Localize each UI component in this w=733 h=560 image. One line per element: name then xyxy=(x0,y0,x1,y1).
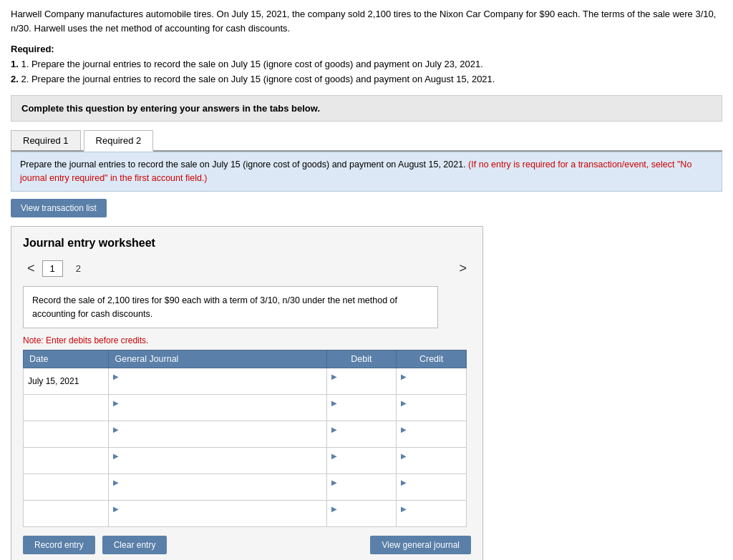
table-row: ▶ ▶ ▶ xyxy=(24,395,467,421)
row3-credit-input[interactable] xyxy=(401,434,462,444)
row4-account-input[interactable] xyxy=(113,461,321,471)
instruction-text: Complete this question by entering your … xyxy=(21,103,320,114)
table-row: ▶ ▶ ▶ xyxy=(24,421,467,448)
tab-required1[interactable]: Required 1 xyxy=(11,130,81,150)
row2-debit[interactable]: ▶ xyxy=(326,395,397,421)
table-row: July 15, 2021 ▶ ▶ ▶ xyxy=(24,368,467,395)
row6-account[interactable]: ▶ xyxy=(109,501,326,527)
col-header-debit: Debit xyxy=(326,350,397,368)
page1-box[interactable]: 1 xyxy=(42,260,63,277)
row1-credit-input[interactable] xyxy=(401,381,462,391)
row4-credit-input[interactable] xyxy=(401,461,462,471)
required-heading: Required: xyxy=(11,44,54,54)
row1-account-input[interactable] xyxy=(113,381,321,391)
row3-account-input[interactable] xyxy=(113,434,321,444)
row4-debit-input[interactable] xyxy=(331,461,392,471)
view-general-journal-button[interactable]: View general journal xyxy=(370,536,471,554)
table-row: ▶ ▶ ▶ xyxy=(24,474,467,501)
view-transaction-button[interactable]: View transaction list xyxy=(11,199,107,217)
row1-debit[interactable]: ▶ xyxy=(326,368,397,395)
row2-date xyxy=(24,395,109,421)
worksheet-title: Journal entry worksheet xyxy=(23,237,471,250)
row3-debit-input[interactable] xyxy=(331,434,392,444)
row5-debit[interactable]: ▶ xyxy=(326,474,397,501)
journal-table: Date General Journal Debit Credit July 1… xyxy=(23,350,467,527)
record-description: Record the sale of 2,100 tires for $90 e… xyxy=(23,286,438,329)
row1-date: July 15, 2021 xyxy=(24,368,109,395)
row2-debit-input[interactable] xyxy=(331,408,392,418)
next-arrow[interactable]: > xyxy=(455,260,471,277)
row6-credit[interactable]: ▶ xyxy=(397,501,467,527)
row1-credit[interactable]: ▶ xyxy=(397,368,467,395)
journal-entry-worksheet: Journal entry worksheet < 1 2 > Record t… xyxy=(11,226,483,560)
row5-debit-input[interactable] xyxy=(331,487,392,497)
row5-account[interactable]: ▶ xyxy=(109,474,326,501)
row4-debit[interactable]: ▶ xyxy=(326,448,397,474)
record-entry-button[interactable]: Record entry xyxy=(23,536,95,554)
row3-credit[interactable]: ▶ xyxy=(397,421,467,448)
info-banner-main: Prepare the journal entries to record th… xyxy=(20,159,466,170)
row3-account[interactable]: ▶ xyxy=(109,421,326,448)
table-row: ▶ ▶ ▶ xyxy=(24,448,467,474)
row2-account-input[interactable] xyxy=(113,408,321,418)
row2-credit-input[interactable] xyxy=(401,408,462,418)
required-item1: 1. 1. Prepare the journal entries to rec… xyxy=(11,57,722,72)
page2-num[interactable]: 2 xyxy=(69,261,88,276)
tabs-row: Required 1 Required 2 xyxy=(11,130,722,152)
row6-credit-input[interactable] xyxy=(401,514,462,524)
footer-buttons: Record entry Clear entry View general jo… xyxy=(23,536,471,554)
col-header-date: Date xyxy=(24,350,109,368)
row5-account-input[interactable] xyxy=(113,487,321,497)
row6-account-input[interactable] xyxy=(113,514,321,524)
row2-account[interactable]: ▶ xyxy=(109,395,326,421)
row5-credit[interactable]: ▶ xyxy=(397,474,467,501)
row3-date xyxy=(24,421,109,448)
row4-credit[interactable]: ▶ xyxy=(397,448,467,474)
info-banner: Prepare the journal entries to record th… xyxy=(11,152,722,192)
required-section: Required: 1. 1. Prepare the journal entr… xyxy=(11,42,722,87)
problem-text: Harwell Company manufactures automobile … xyxy=(11,7,722,35)
row4-date xyxy=(24,448,109,474)
clear-entry-button[interactable]: Clear entry xyxy=(102,536,168,554)
col-header-general-journal: General Journal xyxy=(109,350,326,368)
instruction-box: Complete this question by entering your … xyxy=(11,95,722,122)
required-item2: 2. 2. Prepare the journal entries to rec… xyxy=(11,72,722,87)
prev-arrow[interactable]: < xyxy=(23,260,39,277)
row4-account[interactable]: ▶ xyxy=(109,448,326,474)
row6-debit-input[interactable] xyxy=(331,514,392,524)
row2-credit[interactable]: ▶ xyxy=(397,395,467,421)
row3-debit[interactable]: ▶ xyxy=(326,421,397,448)
row5-credit-input[interactable] xyxy=(401,487,462,497)
row6-date xyxy=(24,501,109,527)
row1-debit-input[interactable] xyxy=(331,381,392,391)
row6-debit[interactable]: ▶ xyxy=(326,501,397,527)
row1-account[interactable]: ▶ xyxy=(109,368,326,395)
note-text: Note: Enter debits before credits. xyxy=(23,335,471,345)
table-row: ▶ ▶ ▶ xyxy=(24,501,467,527)
col-header-credit: Credit xyxy=(397,350,467,368)
row5-date xyxy=(24,474,109,501)
tab-required2[interactable]: Required 2 xyxy=(84,130,154,152)
nav-row: < 1 2 > xyxy=(23,260,471,277)
